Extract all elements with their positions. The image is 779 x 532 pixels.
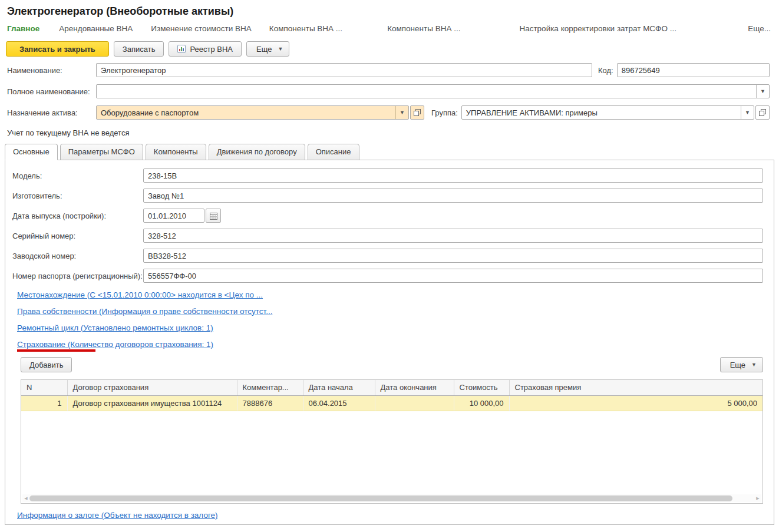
scrollbar-track[interactable] [29, 495, 754, 501]
menu-item-components-vna-2[interactable]: Компоненты ВНА ... [387, 24, 460, 33]
passport-number-value: 556557ФФ-00 [144, 272, 763, 280]
add-button[interactable]: Добавить [21, 357, 72, 372]
release-date-value: 01.01.2010 [144, 212, 204, 220]
calendar-picker-button[interactable] [206, 209, 221, 223]
menu-item-msfo-cost-settings[interactable]: Настройка корректировки затрат МСФО ... [519, 24, 676, 33]
menu-item-cost-change-vna[interactable]: Изменение стоимости ВНА [151, 24, 252, 33]
chevron-down-icon[interactable]: ▼ [741, 106, 754, 119]
calendar-icon [210, 212, 217, 220]
code-field[interactable]: 896725649 [617, 63, 770, 77]
tab-contract-movements[interactable]: Движения по договору [209, 144, 305, 160]
scroll-right-arrow-icon[interactable]: ▶ [754, 494, 761, 502]
cell-premium[interactable]: 5 000,00 [509, 395, 763, 411]
cell-n[interactable]: 1 [21, 395, 67, 411]
cell-cost[interactable]: 10 000,00 [454, 395, 509, 411]
column-header-date-start[interactable]: Дата начала [303, 380, 375, 395]
save-button[interactable]: Записать [114, 41, 164, 57]
manufacturer-label: Изготовитель: [12, 191, 143, 200]
cell-date-start[interactable]: 06.04.2015 [303, 395, 375, 411]
column-header-date-end[interactable]: Дата окончания [375, 380, 454, 395]
model-row: Модель: 238-15В [12, 168, 763, 183]
cell-comment[interactable]: 7888676 [237, 395, 303, 411]
open-in-new-icon [759, 109, 766, 116]
detail-links: Местонахождение (С <15.01.2010 0:00:00> … [17, 286, 763, 352]
model-label: Модель: [12, 171, 143, 180]
chevron-down-icon[interactable]: ▼ [756, 85, 769, 98]
ownership-link-row: Права собственности (Информация о праве … [17, 303, 763, 319]
tab-description[interactable]: Описание [308, 144, 359, 160]
name-field[interactable]: Электрогенератор [96, 63, 592, 77]
full-name-row: Полное наименование: ▼ [7, 84, 770, 99]
open-group-button[interactable] [755, 105, 770, 120]
passport-number-field[interactable]: 556557ФФ-00 [143, 269, 763, 283]
name-label: Наименование: [7, 66, 96, 75]
column-header-contract[interactable]: Договор страхования [67, 380, 237, 395]
cell-date-end-selected[interactable] [375, 395, 454, 411]
red-annotation-underline [17, 349, 95, 352]
location-link-row: Местонахождение (С <15.01.2010 0:00:00> … [17, 286, 763, 303]
column-header-comment[interactable]: Комментар... [237, 380, 303, 395]
pledge-link-row: Информация о залоге (Объект не находится… [17, 510, 763, 520]
asset-form-window: Электрогенератор (Внеоборотные активы) Г… [0, 0, 779, 532]
location-link[interactable]: Местонахождение (С <15.01.2010 0:00:00> … [17, 290, 263, 299]
manufacturer-field[interactable]: Завод №1 [143, 189, 763, 203]
factory-number-field[interactable]: ВВ328-512 [143, 249, 763, 263]
ownership-link[interactable]: Права собственности (Информация о праве … [17, 307, 272, 316]
toolbar-more-button[interactable]: Еще ▼ [246, 41, 289, 57]
purpose-row: Назначение актива: Оборудование с паспор… [7, 105, 770, 120]
pledge-link[interactable]: Информация о залоге (Объект не находится… [17, 511, 218, 520]
menu-item-components-vna-1[interactable]: Компоненты ВНА ... [269, 24, 342, 33]
group-combo[interactable]: УПРАВЛЕНИЕ АКТИВАМИ: примеры ▼ [461, 105, 754, 120]
scroll-left-arrow-icon[interactable]: ◀ [22, 494, 29, 502]
column-header-premium[interactable]: Страховая премия [509, 380, 763, 395]
manufacturer-value: Завод №1 [144, 191, 763, 200]
save-and-close-button[interactable]: Записать и закрыть [6, 41, 109, 57]
repair-cycle-link-row: Ремонтный цикл (Установлено ремонтных ци… [17, 319, 763, 336]
name-row: Наименование: Электрогенератор Код: 8967… [7, 62, 770, 78]
section-menu: Главное Арендованные ВНА Изменение стоим… [0, 18, 779, 33]
asset-purpose-value: Оборудование с паспортом [97, 108, 395, 117]
menu-item-more[interactable]: Еще... [748, 24, 771, 33]
asset-purpose-combo[interactable]: Оборудование с паспортом ▼ [96, 105, 409, 120]
insurance-link[interactable]: Страхование (Количество договоров страхо… [17, 340, 213, 349]
serial-number-field[interactable]: 328-512 [143, 229, 763, 243]
full-name-label: Полное наименование: [7, 87, 96, 96]
table-header-row: N Договор страхования Комментар... Дата … [21, 380, 763, 395]
full-name-combo[interactable]: ▼ [96, 84, 770, 98]
registry-vna-button[interactable]: Реестр ВНА [169, 41, 242, 57]
chevron-down-icon: ▼ [751, 362, 757, 368]
cell-contract[interactable]: Договор страхования имущества 1001124 [67, 395, 237, 411]
repair-cycle-link[interactable]: Ремонтный цикл (Установлено ремонтных ци… [17, 323, 213, 332]
model-field[interactable]: 238-15В [143, 168, 763, 183]
horizontal-scrollbar[interactable]: ◀ ▶ [22, 494, 761, 502]
open-purpose-button[interactable] [410, 105, 424, 120]
tab-main[interactable]: Основные [5, 144, 58, 160]
accounting-note: Учет по текущему ВНА не ведется [7, 128, 772, 137]
menu-item-main[interactable]: Главное [7, 24, 39, 33]
insurance-table: N Договор страхования Комментар... Дата … [21, 380, 763, 411]
insurance-actions: Добавить Еще ▼ [21, 357, 763, 372]
tab-msfo-params[interactable]: Параметры МСФО [60, 144, 143, 160]
insurance-link-row: Страхование (Количество договоров страхо… [17, 336, 763, 352]
group-value: УПРАВЛЕНИЕ АКТИВАМИ: примеры [462, 108, 741, 117]
column-header-cost[interactable]: Стоимость [454, 380, 509, 395]
registry-vna-label: Реестр ВНА [190, 45, 233, 54]
factory-number-label: Заводской номер: [12, 252, 143, 260]
table-more-button[interactable]: Еще ▼ [720, 357, 763, 372]
release-date-label: Дата выпуска (постройки): [12, 212, 143, 220]
tab-panel-main: Модель: 238-15В Изготовитель: Завод №1 Д… [5, 160, 774, 525]
table-row[interactable]: 1 Договор страхования имущества 1001124 … [21, 395, 763, 411]
menu-item-rented-vna[interactable]: Арендованные ВНА [59, 24, 133, 33]
table-more-label: Еще [730, 361, 745, 369]
scrollbar-thumb[interactable] [29, 495, 732, 501]
column-header-n[interactable]: N [21, 380, 67, 395]
page-title: Электрогенератор (Внеоборотные активы) [0, 0, 779, 18]
release-date-field[interactable]: 01.01.2010 [143, 209, 204, 223]
code-value: 896725649 [618, 66, 769, 75]
toolbar-more-label: Еще [256, 45, 272, 54]
factory-number-value: ВВ328-512 [144, 252, 763, 260]
serial-number-row: Серийный номер: 328-512 [12, 229, 763, 243]
chevron-down-icon[interactable]: ▼ [395, 106, 408, 119]
tab-components[interactable]: Компоненты [146, 144, 206, 160]
factory-number-row: Заводской номер: ВВ328-512 [12, 249, 763, 263]
